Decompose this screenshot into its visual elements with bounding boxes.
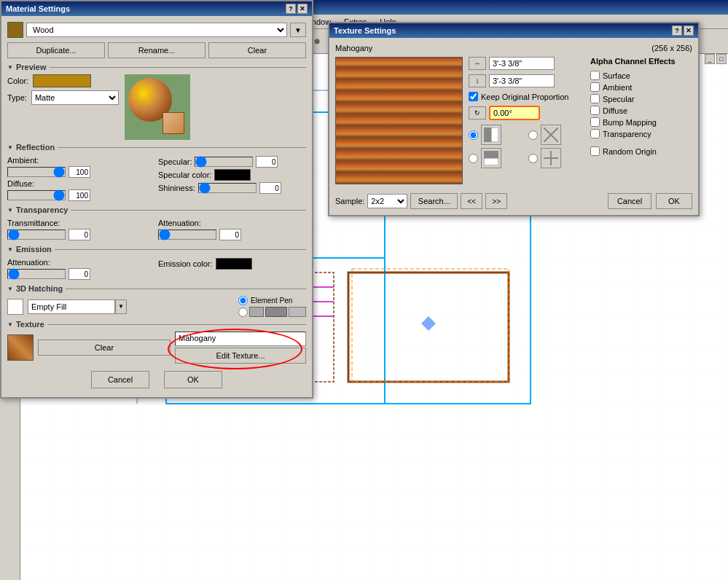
duplicate-button[interactable]: Duplicate... <box>7 42 105 58</box>
minimize-btn[interactable]: _ <box>705 54 715 64</box>
shininess-value[interactable] <box>259 182 281 194</box>
diffuse-checkbox[interactable] <box>590 106 600 115</box>
height-input[interactable] <box>489 74 555 87</box>
ambient-slider[interactable] <box>7 167 66 177</box>
emission-attenuation-value[interactable] <box>69 268 90 280</box>
diffuse-value[interactable] <box>69 189 90 201</box>
edit-texture-button[interactable]: Edit Texture... <box>175 348 306 364</box>
material-dialog-titlebar: Material Settings ? ✕ <box>1 1 312 16</box>
texture-dialog-titlebar: Texture Settings ? ✕ <box>329 23 698 38</box>
color-swatch[interactable] <box>33 74 91 87</box>
transmittance-value[interactable] <box>69 229 90 240</box>
preview-line <box>50 67 306 68</box>
pattern-radio-grid <box>469 125 584 168</box>
type-label: Type: <box>7 93 27 102</box>
maximize-btn[interactable]: □ <box>716 54 727 64</box>
attenuation-slider-row <box>158 229 306 240</box>
bump-mapping-label: Bump Mapping <box>603 118 657 127</box>
ambient-value[interactable] <box>69 166 90 178</box>
attenuation-slider[interactable] <box>158 230 216 240</box>
pen-icon-2 <box>265 307 287 317</box>
surface-checkbox[interactable] <box>590 71 600 80</box>
random-origin-checkbox[interactable] <box>590 146 600 156</box>
texture-bottom-row: Sample: 2x2 1x1 4x4 Search... << >> Canc… <box>335 190 692 209</box>
attenuation-value[interactable] <box>219 229 241 240</box>
pattern-box-3 <box>481 148 501 168</box>
transparency-grid: Transmittance: Attenuation: <box>7 217 306 242</box>
angle-row: ↻ <box>469 106 584 120</box>
prev-button[interactable]: << <box>461 193 482 209</box>
specular-value[interactable] <box>256 156 278 168</box>
texture-close-btn[interactable]: ✕ <box>684 26 694 36</box>
pattern-radio-2-input[interactable] <box>528 130 538 140</box>
pen-icon-3 <box>289 307 306 317</box>
color-label: Color: <box>7 77 28 85</box>
type-select[interactable]: Matte <box>31 90 119 105</box>
svg-rect-28 <box>484 158 498 165</box>
specular-checkbox[interactable] <box>590 94 600 103</box>
search-button[interactable]: Search... <box>410 193 458 209</box>
diffuse-slider[interactable] <box>7 190 66 200</box>
specular-color-label: Specular color: <box>158 171 211 179</box>
alpha-title: Alpha Channel Effects <box>590 57 692 66</box>
custom-pen-radio[interactable] <box>238 307 248 317</box>
shininess-slider[interactable] <box>198 183 257 193</box>
texture-cancel-button[interactable]: Cancel <box>608 193 651 209</box>
fill-name[interactable]: Empty Fill <box>28 299 115 314</box>
shininess-row: Shininess: <box>158 182 306 194</box>
material-ok-button[interactable]: OK <box>164 371 222 388</box>
transmittance-slider[interactable] <box>7 230 66 240</box>
texture-action-buttons: Cancel OK <box>608 193 692 209</box>
help-btn[interactable]: ? <box>286 4 296 14</box>
emission-grid: Attenuation: Emission color: <box>7 256 306 281</box>
svg-rect-27 <box>484 151 498 158</box>
texture-controls: ↔ ↕ Keep Original Proportion ↻ <box>469 57 584 184</box>
texture-ok-button[interactable]: OK <box>656 193 692 209</box>
pen-radio-group: Element Pen <box>238 296 306 317</box>
material-select[interactable]: Wood <box>26 23 287 37</box>
window-controls: _ □ <box>705 54 727 64</box>
emission-attenuation-col: Attenuation: <box>7 256 155 281</box>
ambient-checkbox[interactable] <box>590 82 600 92</box>
close-btn[interactable]: ✕ <box>297 4 308 14</box>
keep-proportion-checkbox[interactable] <box>469 92 478 101</box>
alpha-channel-panel: Alpha Channel Effects Surface Ambient Sp… <box>590 57 692 184</box>
element-pen-radio[interactable] <box>238 296 248 305</box>
pattern-radio-4-input[interactable] <box>528 154 538 163</box>
pattern-radio-1-input[interactable] <box>469 130 478 140</box>
specular-slider[interactable] <box>195 157 253 167</box>
sample-select[interactable]: 2x2 1x1 4x4 <box>367 194 407 208</box>
fill-dropdown-btn[interactable]: ▼ <box>115 299 127 314</box>
next-button[interactable]: >> <box>485 193 507 209</box>
rename-button[interactable]: Rename... <box>108 42 206 58</box>
preview-arrow: ▼ <box>7 64 13 71</box>
emission-attenuation-slider-row <box>7 268 155 280</box>
height-icon: ↕ <box>469 74 486 87</box>
pattern-radio-1 <box>469 125 525 145</box>
transparency-checkbox[interactable] <box>590 129 600 138</box>
texture-name-display: Mahogany <box>175 332 306 346</box>
clear-button[interactable]: Clear <box>208 42 306 58</box>
diffuse-slider-row <box>7 189 155 201</box>
material-cancel-button[interactable]: Cancel <box>91 371 149 388</box>
bump-mapping-checkbox[interactable] <box>590 117 600 127</box>
angle-input[interactable] <box>489 106 540 120</box>
texture-clear-button[interactable]: Clear <box>38 340 171 356</box>
material-menu-btn[interactable]: ▼ <box>290 23 306 37</box>
emission-attenuation-slider[interactable] <box>7 269 66 279</box>
transparency-row: Transparency <box>590 129 692 138</box>
width-row: ↔ <box>469 57 584 70</box>
pen-icons <box>238 307 306 317</box>
emission-color-swatch[interactable] <box>216 258 252 270</box>
texture-top-row: Mahogany (256 x 256) <box>335 44 692 52</box>
transparency-section-header: ▼ Transparency <box>7 205 306 214</box>
width-input[interactable] <box>489 57 555 70</box>
pattern-radio-3-input[interactable] <box>469 154 478 163</box>
preview-left: Color: Type: Matte <box>7 74 119 140</box>
diffuse-label: Diffuse: <box>7 179 34 188</box>
texture-help-btn[interactable]: ? <box>672 26 682 36</box>
hatching-section-header: ▼ 3D Hatching <box>7 284 306 293</box>
ambient-row: Ambient <box>590 82 692 92</box>
emission-attenuation-label: Attenuation: <box>7 258 50 267</box>
specular-color-swatch[interactable] <box>214 169 251 181</box>
